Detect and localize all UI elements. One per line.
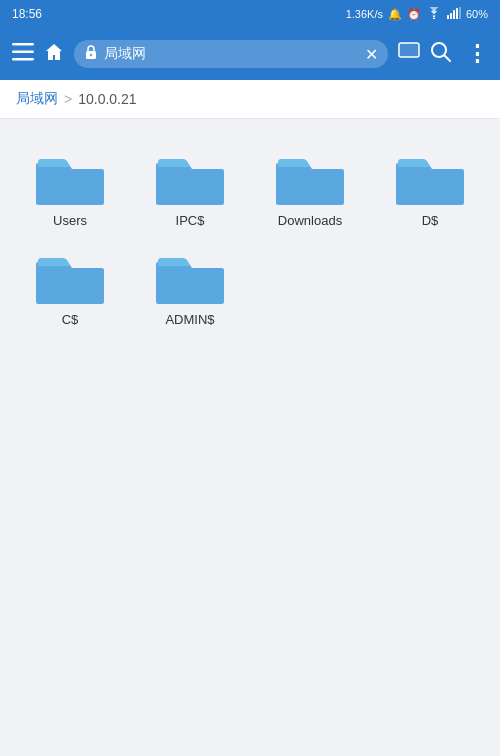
more-options-button[interactable]: ⋮ xyxy=(466,43,488,65)
svg-point-10 xyxy=(90,54,92,56)
folder-icon-downloads xyxy=(274,149,346,207)
search-button[interactable] xyxy=(430,41,452,68)
folder-label-ds: D$ xyxy=(422,213,439,228)
svg-rect-8 xyxy=(12,58,34,61)
breadcrumb-root[interactable]: 局域网 xyxy=(16,90,58,108)
svg-rect-1 xyxy=(447,15,449,19)
folder-label-users: Users xyxy=(53,213,87,228)
message-button[interactable] xyxy=(398,42,420,67)
wifi-icon xyxy=(426,7,442,21)
status-time: 18:56 xyxy=(12,7,42,21)
svg-rect-6 xyxy=(12,43,34,46)
status-right: 1.36K/s 🔔 ⏰ 60% xyxy=(346,7,488,21)
breadcrumb: 局域网 > 10.0.0.21 xyxy=(0,80,500,119)
folder-label-admins: ADMIN$ xyxy=(165,312,214,327)
folder-item-cs[interactable]: C$ xyxy=(10,238,130,337)
breadcrumb-separator: > xyxy=(64,91,72,107)
clock-icon: ⏰ xyxy=(407,8,421,21)
svg-rect-5 xyxy=(459,7,461,19)
folder-icon-admins xyxy=(154,248,226,306)
status-bar: 18:56 1.36K/s 🔔 ⏰ 60% xyxy=(0,0,500,28)
lock-icon xyxy=(84,44,98,64)
svg-rect-2 xyxy=(450,13,452,19)
folder-icon-ipcs xyxy=(154,149,226,207)
status-left: 18:56 xyxy=(12,7,42,21)
svg-rect-3 xyxy=(453,10,455,19)
folder-item-ds[interactable]: D$ xyxy=(370,139,490,238)
folder-label-ipcs: IPC$ xyxy=(176,213,205,228)
svg-rect-4 xyxy=(456,8,458,19)
folder-label-downloads: Downloads xyxy=(278,213,342,228)
top-bar: 局域网 ✕ ⋮ xyxy=(0,28,500,80)
network-speed: 1.36K/s xyxy=(346,8,383,20)
address-text: 局域网 xyxy=(104,45,359,63)
breadcrumb-current: 10.0.0.21 xyxy=(78,91,136,107)
folder-item-admins[interactable]: ADMIN$ xyxy=(130,238,250,337)
svg-rect-7 xyxy=(12,50,34,53)
top-bar-right: ⋮ xyxy=(430,41,488,68)
folder-item-users[interactable]: Users xyxy=(10,139,130,238)
folder-grid: Users IPC$ Downloads xyxy=(0,119,500,357)
signal-icon xyxy=(447,7,461,21)
address-clear-button[interactable]: ✕ xyxy=(365,45,378,64)
folder-icon-users xyxy=(34,149,106,207)
address-bar[interactable]: 局域网 ✕ xyxy=(74,40,388,68)
folder-item-downloads[interactable]: Downloads xyxy=(250,139,370,238)
menu-button[interactable] xyxy=(12,43,34,66)
folder-label-cs: C$ xyxy=(62,312,79,327)
svg-point-0 xyxy=(433,18,435,20)
alarm-icon: 🔔 xyxy=(388,8,402,21)
battery-status: 60% xyxy=(466,8,488,20)
svg-rect-12 xyxy=(399,43,419,57)
folder-icon-cs xyxy=(34,248,106,306)
top-bar-left: 局域网 ✕ xyxy=(12,40,420,68)
svg-line-14 xyxy=(445,55,451,61)
folder-icon-ds xyxy=(394,149,466,207)
home-button[interactable] xyxy=(44,42,64,67)
folder-item-ipcs[interactable]: IPC$ xyxy=(130,139,250,238)
